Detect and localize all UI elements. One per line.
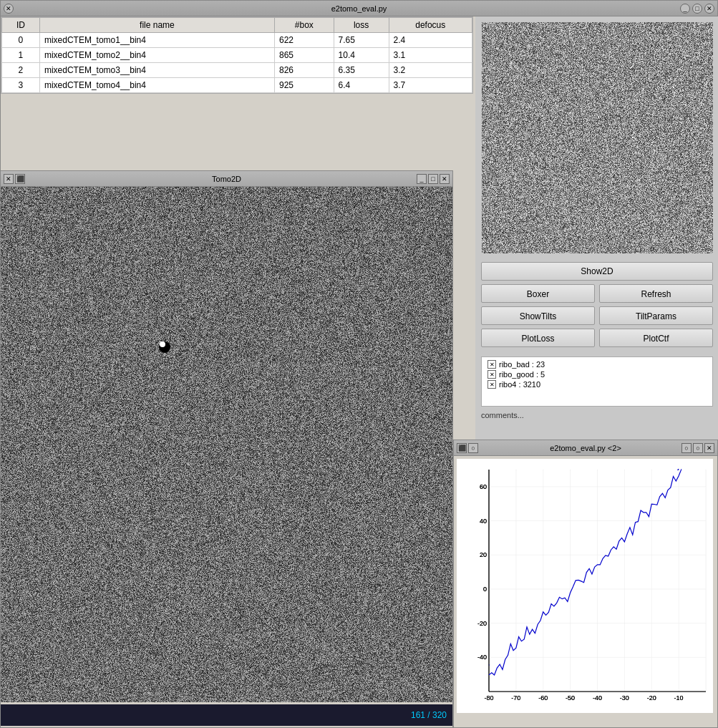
col-loss: loss xyxy=(334,18,389,33)
close-button[interactable]: ✕ xyxy=(4,4,14,14)
tomo2d-right-buttons: _ □ ✕ xyxy=(417,174,450,184)
cell-loss: 7.65 xyxy=(334,33,389,48)
plot-ctf-button[interactable]: PlotCtf xyxy=(599,329,713,347)
table-row[interactable]: 1 mixedCTEM_tomo2__bin4 865 10.4 3.1 xyxy=(2,48,472,63)
e2tomo2-btn2[interactable]: ○ xyxy=(693,443,703,453)
tomo2d-icon: ⬛ xyxy=(15,174,25,184)
plot-canvas xyxy=(457,459,713,713)
data-table-container: ID file name #box loss defocus 0 mixedCT… xyxy=(1,16,473,94)
cell-box: 865 xyxy=(275,48,334,63)
ribo4-checkbox[interactable]: ✕ xyxy=(487,380,496,389)
table-row[interactable]: 2 mixedCTEM_tomo3__bin4 826 6.35 3.2 xyxy=(2,63,472,78)
tomo2d-title-bar: ✕ ⬛ Tomo2D _ □ ✕ xyxy=(1,171,452,187)
e2tomo2-btn1[interactable]: ○ xyxy=(681,443,692,453)
ribo-good-checkbox[interactable]: ✕ xyxy=(487,370,496,379)
comments-label: comments... xyxy=(475,409,718,421)
cell-box: 826 xyxy=(275,63,334,78)
tomo2d-left-buttons: ✕ ⬛ xyxy=(1,174,25,184)
tilt-params-button[interactable]: TiltParams xyxy=(599,306,713,325)
plotloss-plotctf-row: PlotLoss PlotCtf xyxy=(481,329,713,347)
tomo2d-title: Tomo2D xyxy=(212,175,241,183)
main-title-bar: ✕ e2tomo_eval.py _ □ ✕ xyxy=(1,1,717,16)
frame-counter: 161 / 320 xyxy=(411,710,447,720)
cell-id: 1 xyxy=(2,48,40,63)
legend-item-ribo4: ✕ ribo4 : 3210 xyxy=(487,380,707,389)
cell-defocus: 3.7 xyxy=(389,78,472,93)
cell-filename: mixedCTEM_tomo2__bin4 xyxy=(39,48,274,63)
legend-item-ribo-good: ✕ ribo_good : 5 xyxy=(487,370,707,379)
microscope-image xyxy=(482,22,713,253)
right-panel: Show2D Boxer Refresh ShowTilts TiltParam… xyxy=(475,16,718,445)
cell-loss: 6.35 xyxy=(334,63,389,78)
main-window-left-buttons: ✕ xyxy=(4,4,14,14)
cell-filename: mixedCTEM_tomo3__bin4 xyxy=(39,63,274,78)
e2tomo2-close-btn[interactable]: ○ xyxy=(468,443,478,453)
tomo2d-footer: 161 / 320 xyxy=(1,704,452,726)
main-title: e2tomo_eval.py xyxy=(331,4,387,13)
e2tomo2-left-buttons: ⬛ ○ xyxy=(454,443,478,453)
ribo-bad-label: ribo_bad : 23 xyxy=(499,360,545,369)
e2tomo2-btn3[interactable]: ✕ xyxy=(704,443,714,453)
legend-area: ✕ ribo_bad : 23 ✕ ribo_good : 5 ✕ ribo4 … xyxy=(481,356,713,407)
col-id: ID xyxy=(2,18,40,33)
main-window-right-buttons: _ □ ✕ xyxy=(680,4,714,14)
data-table: ID file name #box loss defocus 0 mixedCT… xyxy=(1,17,472,93)
buttons-area: Show2D Boxer Refresh ShowTilts TiltParam… xyxy=(475,259,718,354)
cell-filename: mixedCTEM_tomo1__bin4 xyxy=(39,33,274,48)
plot-area xyxy=(457,459,713,713)
e2tomo2-title: e2tomo_eval.py <2> xyxy=(550,444,621,452)
tomo2d-max-btn[interactable]: □ xyxy=(428,174,438,184)
ribo-bad-checkbox[interactable]: ✕ xyxy=(487,360,496,369)
cell-defocus: 2.4 xyxy=(389,33,472,48)
e2tomo2-window: ⬛ ○ e2tomo_eval.py <2> ○ ○ ✕ xyxy=(453,440,718,728)
table-row[interactable]: 0 mixedCTEM_tomo1__bin4 622 7.65 2.4 xyxy=(2,33,472,48)
boxer-refresh-row: Boxer Refresh xyxy=(481,284,713,303)
cell-id: 2 xyxy=(2,63,40,78)
tomo2d-image xyxy=(1,187,452,702)
tomo2d-min-btn[interactable]: _ xyxy=(417,174,427,184)
cell-id: 0 xyxy=(2,33,40,48)
table-row[interactable]: 3 mixedCTEM_tomo4__bin4 925 6.4 3.7 xyxy=(2,78,472,93)
tomo2d-close-btn[interactable]: ✕ xyxy=(4,174,14,184)
show2d-button[interactable]: Show2D xyxy=(481,262,713,281)
col-filename: file name xyxy=(39,18,274,33)
minimize-button[interactable]: _ xyxy=(680,4,690,14)
maximize-button[interactable]: □ xyxy=(692,4,702,14)
show-tilts-button[interactable]: ShowTilts xyxy=(481,306,595,325)
legend-item-ribo-bad: ✕ ribo_bad : 23 xyxy=(487,360,707,369)
cell-filename: mixedCTEM_tomo4__bin4 xyxy=(39,78,274,93)
tilts-params-row: ShowTilts TiltParams xyxy=(481,306,713,325)
plot-loss-button[interactable]: PlotLoss xyxy=(481,329,595,347)
e2tomo2-right-buttons: ○ ○ ✕ xyxy=(681,443,714,453)
tomo2d-window: ✕ ⬛ Tomo2D _ □ ✕ 161 / 320 xyxy=(0,170,453,728)
cell-id: 3 xyxy=(2,78,40,93)
col-box: #box xyxy=(275,18,334,33)
cell-defocus: 3.2 xyxy=(389,63,472,78)
ribo4-label: ribo4 : 3210 xyxy=(499,380,540,389)
boxer-button[interactable]: Boxer xyxy=(481,284,595,303)
refresh-button[interactable]: Refresh xyxy=(599,284,713,303)
cell-box: 925 xyxy=(275,78,334,93)
col-defocus: defocus xyxy=(389,18,472,33)
cell-loss: 10.4 xyxy=(334,48,389,63)
ribo-good-label: ribo_good : 5 xyxy=(499,370,545,379)
cell-box: 622 xyxy=(275,33,334,48)
tomo2d-x-btn[interactable]: ✕ xyxy=(440,174,450,184)
e2tomo2-title-bar: ⬛ ○ e2tomo_eval.py <2> ○ ○ ✕ xyxy=(454,440,717,456)
cell-loss: 6.4 xyxy=(334,78,389,93)
cell-defocus: 3.1 xyxy=(389,48,472,63)
close-button-right[interactable]: ✕ xyxy=(704,4,714,14)
e2tomo2-icon: ⬛ xyxy=(457,443,467,453)
